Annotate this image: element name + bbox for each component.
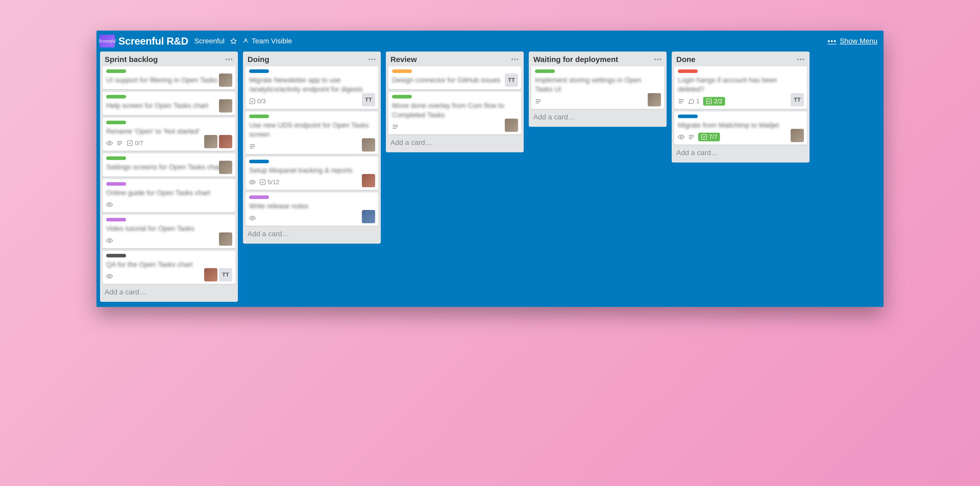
card[interactable]: Online guide for Open Tasks chart <box>103 179 235 212</box>
org-chip[interactable]: Screenful <box>194 37 224 45</box>
card-label[interactable] <box>106 218 126 221</box>
add-card-button[interactable]: Add a card… <box>243 226 381 243</box>
card-label[interactable] <box>106 95 126 98</box>
list-menu-button[interactable]: ••• <box>797 56 805 63</box>
member-avatar[interactable] <box>648 93 661 106</box>
card-label[interactable] <box>249 69 269 73</box>
member-avatar[interactable] <box>791 129 804 142</box>
checklist-badge: 0/7 <box>127 140 143 147</box>
card-label[interactable] <box>106 121 126 124</box>
member-avatar[interactable] <box>219 232 232 246</box>
card-badges <box>106 200 232 210</box>
card-members <box>648 93 661 106</box>
card-label[interactable] <box>678 69 698 73</box>
list-header: Sprint backlog••• <box>100 52 238 66</box>
brand-tile[interactable]: Screenful <box>100 35 115 48</box>
list-menu-button[interactable]: ••• <box>368 56 376 63</box>
card-members: TT <box>791 93 804 106</box>
list-title[interactable]: Done <box>676 55 695 64</box>
member-avatar[interactable] <box>362 210 375 223</box>
card-badges <box>106 235 232 246</box>
card[interactable]: Write release notes <box>245 192 378 226</box>
card-badges <box>535 96 660 106</box>
card-label[interactable] <box>106 254 126 257</box>
card-title: Move done overlay from Cum flow to Compl… <box>392 101 517 120</box>
card-title: Settings screens for Open Tasks chart <box>106 162 232 172</box>
card[interactable]: Setup Mixpanel tracking & reports5/12 <box>245 157 378 190</box>
member-avatar[interactable] <box>204 268 218 281</box>
card[interactable]: Implement storing settings in Open Tasks… <box>531 66 664 109</box>
member-avatar[interactable] <box>219 99 232 113</box>
board-header: Screenful Screenful R&D Screenful Team V… <box>97 31 883 52</box>
card-label[interactable] <box>535 69 555 73</box>
list: Doing•••Migrate Newsletter app to use /a… <box>243 52 381 244</box>
list-menu-button[interactable]: ••• <box>225 56 233 63</box>
card[interactable]: Settings screens for Open Tasks chart <box>103 153 235 176</box>
member-avatar[interactable] <box>362 174 375 187</box>
card-badges <box>249 213 375 223</box>
star-button[interactable] <box>230 38 237 44</box>
watch-icon <box>249 215 256 221</box>
list-menu-button[interactable]: ••• <box>654 56 662 63</box>
card[interactable]: Video tutorial for Open Tasks <box>103 215 235 248</box>
member-avatar[interactable] <box>204 135 218 148</box>
card[interactable]: Move done overlay from Cum flow to Compl… <box>388 92 521 135</box>
svg-rect-9 <box>707 99 712 104</box>
checklist-badge: 7/7 <box>698 133 720 141</box>
card-label[interactable] <box>392 69 412 73</box>
card-label[interactable] <box>106 69 126 73</box>
brand-text: Screenful <box>99 38 116 44</box>
member-avatar[interactable] <box>505 119 518 132</box>
card-members <box>791 129 804 142</box>
member-avatar[interactable]: TT <box>362 93 375 106</box>
card-label[interactable] <box>106 156 126 160</box>
list-title[interactable]: Review <box>390 55 417 64</box>
list-menu-button[interactable]: ••• <box>511 56 519 63</box>
member-avatar[interactable] <box>219 161 232 174</box>
svg-point-8 <box>251 217 253 219</box>
svg-point-3 <box>109 240 110 241</box>
add-card-button[interactable]: Add a card… <box>672 145 810 162</box>
card-label[interactable] <box>392 95 412 98</box>
card-title: Implement storing settings in Open Tasks… <box>535 76 660 94</box>
member-avatar[interactable] <box>219 135 232 148</box>
card-label[interactable] <box>249 114 269 118</box>
add-card-button[interactable]: Add a card… <box>529 109 667 126</box>
member-avatar[interactable]: TT <box>505 73 518 87</box>
list-title[interactable]: Sprint backlog <box>105 55 158 64</box>
card[interactable]: Login hangs if account has been deleted?… <box>674 66 807 109</box>
card[interactable]: Help screen for Open Tasks chart <box>103 92 235 115</box>
card-label[interactable] <box>106 182 126 186</box>
description-icon <box>535 98 542 105</box>
visibility-chip[interactable]: Team Visible <box>242 37 292 45</box>
card-members <box>362 174 375 187</box>
card-label[interactable] <box>249 195 269 199</box>
card[interactable]: Migrate from Mailchimp to Mailjet7/7 <box>674 111 807 145</box>
add-card-button[interactable]: Add a card… <box>386 135 524 151</box>
card-label[interactable] <box>249 160 269 163</box>
list-title[interactable]: Waiting for deployment <box>533 55 618 64</box>
card[interactable]: Rename 'Open' to 'Not started'0/7 <box>103 118 235 151</box>
board-canvas[interactable]: Sprint backlog•••UI support for filterin… <box>97 52 883 302</box>
card-members <box>219 232 232 246</box>
card[interactable]: QA for the Open Tasks chartTT <box>103 251 235 284</box>
card-label[interactable] <box>678 114 698 118</box>
card-badges: 12/2 <box>678 96 803 106</box>
card-members: TT <box>362 93 375 106</box>
checklist-badge: 2/2 <box>703 97 725 106</box>
add-card-button[interactable]: Add a card… <box>100 284 238 301</box>
card[interactable]: UI support for filtering in Open Tasks <box>103 66 235 89</box>
list-header: Waiting for deployment••• <box>529 52 667 66</box>
list-title[interactable]: Doing <box>248 55 269 64</box>
board-title[interactable]: Screenful R&D <box>118 35 188 47</box>
card[interactable]: Use new UDS endpoint for Open Tasks scre… <box>245 111 378 154</box>
show-menu-button[interactable]: ••• Show Menu <box>828 37 877 45</box>
svg-rect-5 <box>250 99 255 104</box>
member-avatar[interactable]: TT <box>219 268 232 281</box>
card[interactable]: Design connector for GitHub issuesTT <box>388 66 521 89</box>
list-header: Doing••• <box>243 52 381 66</box>
member-avatar[interactable] <box>219 73 232 87</box>
member-avatar[interactable]: TT <box>791 93 804 106</box>
member-avatar[interactable] <box>362 138 375 151</box>
card[interactable]: Migrate Newsletter app to use /analytics… <box>245 66 378 109</box>
